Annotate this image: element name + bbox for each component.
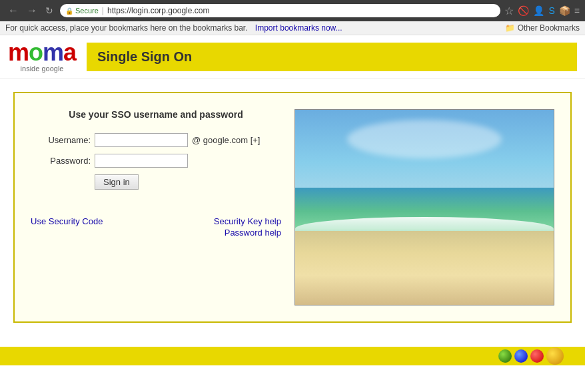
footer-bar <box>0 347 585 365</box>
menu-icon[interactable]: ≡ <box>574 5 580 16</box>
page-content: moma inside google Single Sign On Use yo… <box>0 35 585 365</box>
logo-area: moma inside google <box>8 41 76 73</box>
page-title: Single Sign On <box>97 49 192 64</box>
login-box: Use your SSO username and password Usern… <box>13 92 572 323</box>
password-help-link[interactable]: Password help <box>225 228 281 238</box>
secure-badge: Secure <box>65 7 99 15</box>
reload-button[interactable]: ↻ <box>43 5 56 17</box>
link-right: Security Key help Password help <box>214 216 281 239</box>
header-title-bar: Single Sign On <box>87 43 577 71</box>
import-bookmarks-link[interactable]: Import bookmarks now... <box>255 23 342 33</box>
username-label: Username: <box>44 135 91 145</box>
main-area: Use your SSO username and password Usern… <box>0 79 585 336</box>
beach-clouds <box>347 120 502 159</box>
other-bookmarks-label: 📁 Other Bookmarks <box>505 23 580 33</box>
links-area: Use Security Code Security Key help Pass… <box>31 216 281 239</box>
ball-red <box>530 349 544 363</box>
address-bar[interactable]: Secure | https://login.corp.google.com <box>60 4 500 17</box>
bookmark-star-icon[interactable]: ☆ <box>504 5 514 17</box>
site-header: moma inside google Single Sign On <box>0 35 585 79</box>
back-button[interactable]: ← <box>5 4 21 17</box>
link-left: Use Security Code <box>31 216 103 239</box>
logo-moma: moma <box>8 41 76 65</box>
extension-icon-1[interactable]: 🚫 <box>518 5 529 16</box>
logo-letter-m: m <box>8 39 29 66</box>
username-input[interactable] <box>95 133 188 147</box>
nav-buttons: ← → ↻ <box>5 4 56 17</box>
login-form-area: Use your SSO username and password Usern… <box>31 109 281 305</box>
extension-icon-3[interactable]: S <box>548 5 554 16</box>
logo-letter-a: a <box>63 39 76 66</box>
bookmarks-bar: For quick access, place your bookmarks h… <box>0 21 585 35</box>
password-input[interactable] <box>95 154 188 168</box>
beach-sand <box>295 231 554 305</box>
forward-button[interactable]: → <box>24 4 40 17</box>
logo-letter-m2: m <box>43 39 63 66</box>
logo-letter-o: o <box>29 39 43 66</box>
ball-blue <box>514 349 528 363</box>
beach-image <box>294 109 554 305</box>
form-table: Username: @ google.com [+] Password: Sig… <box>44 133 281 190</box>
ball-green <box>498 349 512 363</box>
login-title: Use your SSO username and password <box>31 109 281 120</box>
extension-icon-2[interactable]: 👤 <box>533 5 544 16</box>
password-row: Password: <box>44 154 281 168</box>
footer-balls <box>498 347 564 365</box>
bookmarks-bar-text: For quick access, place your bookmarks h… <box>5 23 248 33</box>
signin-row: Sign in <box>95 174 281 190</box>
url-text: https://login.corp.google.com <box>107 6 209 15</box>
use-security-code-link[interactable]: Use Security Code <box>31 216 103 226</box>
toolbar-icons: ☆ 🚫 👤 S 📦 ≡ <box>504 5 580 17</box>
signin-button[interactable]: Sign in <box>95 174 139 190</box>
ball-yellow <box>546 347 564 365</box>
beach-area <box>294 109 554 305</box>
security-key-help-link[interactable]: Security Key help <box>214 216 281 226</box>
logo-tagline: inside google <box>8 65 76 73</box>
browser-chrome: ← → ↻ Secure | https://login.corp.google… <box>0 0 585 21</box>
domain-suffix: @ google.com [+] <box>192 135 260 145</box>
username-row: Username: @ google.com [+] <box>44 133 281 147</box>
extension-icon-4[interactable]: 📦 <box>559 5 570 16</box>
password-label: Password: <box>44 156 91 166</box>
